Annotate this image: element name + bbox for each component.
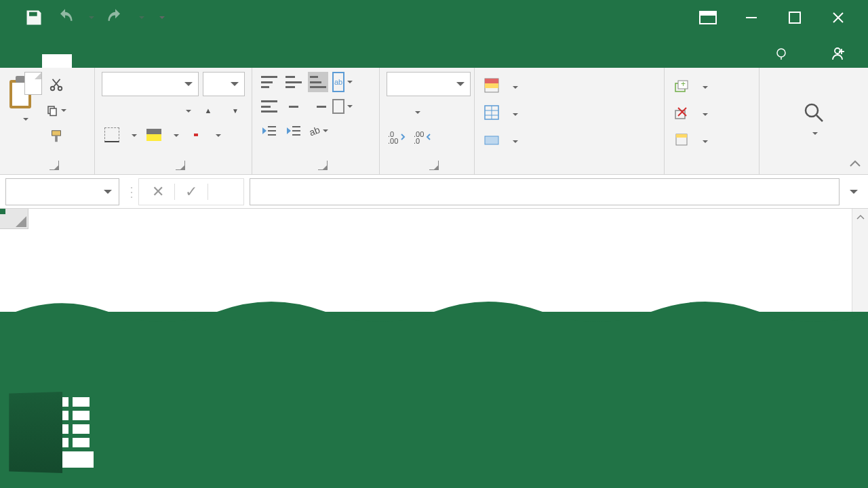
fill-color-button[interactable] bbox=[144, 125, 164, 145]
align-middle-icon bbox=[283, 75, 304, 89]
delete-icon bbox=[674, 105, 689, 120]
ribbon-display-icon[interactable] bbox=[696, 5, 720, 30]
svg-rect-31 bbox=[485, 79, 498, 83]
tell-me-search[interactable] bbox=[768, 47, 800, 68]
redo-icon[interactable] bbox=[106, 8, 125, 27]
formula-input[interactable] bbox=[250, 178, 840, 205]
increase-indent-button[interactable] bbox=[283, 121, 304, 141]
cut-button[interactable] bbox=[46, 75, 66, 95]
maximize-icon[interactable] bbox=[783, 5, 807, 30]
undo-icon[interactable] bbox=[56, 8, 75, 27]
align-bottom-button[interactable] bbox=[308, 72, 328, 92]
chevron-down-icon bbox=[700, 78, 708, 94]
format-as-table-button[interactable] bbox=[481, 100, 521, 125]
scroll-up-button[interactable] bbox=[852, 209, 868, 225]
alignment-dialog-launcher[interactable] bbox=[318, 161, 328, 170]
grow-font-button[interactable]: ▲ bbox=[198, 100, 218, 121]
tab-review[interactable] bbox=[191, 54, 221, 68]
svg-rect-3 bbox=[789, 12, 800, 23]
paste-button[interactable] bbox=[7, 72, 42, 125]
currency-button[interactable] bbox=[387, 102, 407, 122]
svg-line-13 bbox=[54, 79, 60, 87]
undo-dropdown-icon[interactable] bbox=[87, 8, 94, 27]
decrease-decimal-button[interactable]: .00.0 bbox=[412, 127, 433, 148]
insert-function-button[interactable] bbox=[210, 179, 239, 205]
format-painter-button[interactable] bbox=[46, 126, 66, 146]
font-dialog-launcher[interactable] bbox=[176, 161, 185, 170]
font-color-button[interactable] bbox=[186, 125, 206, 145]
align-center-icon bbox=[283, 99, 304, 114]
font-name-combo[interactable] bbox=[102, 72, 199, 96]
align-right-icon bbox=[308, 99, 328, 114]
decrease-indent-button[interactable] bbox=[259, 121, 279, 141]
delete-cells-button[interactable] bbox=[671, 100, 711, 125]
svg-point-12 bbox=[58, 87, 62, 91]
bold-button[interactable] bbox=[102, 100, 122, 121]
save-icon[interactable] bbox=[24, 8, 43, 27]
cancel-formula-button[interactable]: ✕ bbox=[143, 179, 173, 205]
underline-button[interactable] bbox=[156, 100, 176, 121]
italic-button[interactable] bbox=[129, 100, 149, 121]
collapse-ribbon-button[interactable] bbox=[849, 158, 861, 170]
user-name[interactable] bbox=[800, 61, 819, 68]
merge-center-button[interactable] bbox=[332, 96, 353, 117]
shrink-font-button[interactable]: ▼ bbox=[225, 100, 245, 121]
name-box[interactable] bbox=[5, 178, 119, 205]
align-top-button[interactable] bbox=[259, 72, 279, 92]
svg-line-47 bbox=[816, 115, 823, 121]
align-center-button[interactable] bbox=[283, 96, 304, 117]
chevron-down-icon bbox=[510, 105, 518, 121]
svg-line-14 bbox=[53, 79, 59, 87]
tab-page-layout[interactable] bbox=[102, 54, 132, 68]
font-color-icon bbox=[194, 134, 198, 136]
wrap-text-button[interactable]: ab bbox=[332, 72, 353, 92]
fill-dropdown[interactable] bbox=[171, 129, 179, 141]
enter-formula-button[interactable]: ✓ bbox=[176, 179, 206, 205]
underline-dropdown[interactable] bbox=[183, 104, 191, 117]
svg-point-11 bbox=[51, 87, 55, 91]
svg-rect-45 bbox=[676, 134, 687, 138]
window-controls bbox=[696, 5, 863, 30]
align-left-button[interactable] bbox=[259, 96, 279, 117]
svg-rect-1 bbox=[700, 12, 716, 16]
borders-dropdown[interactable] bbox=[129, 129, 137, 141]
number-dialog-launcher[interactable] bbox=[429, 161, 439, 170]
paste-dropdown-icon[interactable] bbox=[20, 113, 28, 125]
tab-insert[interactable] bbox=[72, 54, 102, 68]
comma-button[interactable] bbox=[452, 102, 472, 122]
expand-formula-bar-button[interactable] bbox=[845, 178, 863, 205]
tab-view[interactable] bbox=[221, 54, 251, 68]
align-middle-button[interactable] bbox=[283, 72, 304, 92]
font-size-combo[interactable] bbox=[203, 72, 245, 96]
minimize-icon[interactable] bbox=[739, 5, 764, 30]
close-icon[interactable] bbox=[826, 5, 850, 30]
insert-cells-button[interactable]: + bbox=[671, 73, 711, 98]
editing-button[interactable] bbox=[800, 101, 828, 139]
increase-decimal-button[interactable]: .0.00 bbox=[387, 127, 407, 148]
orientation-button[interactable]: ab bbox=[308, 121, 328, 141]
paste-icon bbox=[9, 72, 39, 110]
copy-button[interactable] bbox=[46, 100, 66, 121]
number-format-combo[interactable] bbox=[387, 72, 471, 96]
clipboard-dialog-launcher[interactable] bbox=[50, 161, 59, 170]
percent-button[interactable] bbox=[426, 102, 446, 122]
insert-icon: + bbox=[674, 78, 689, 93]
share-button[interactable] bbox=[819, 46, 868, 68]
borders-button[interactable] bbox=[102, 125, 122, 145]
tab-data[interactable] bbox=[161, 54, 191, 68]
format-cells-button[interactable] bbox=[671, 127, 711, 152]
currency-dropdown[interactable] bbox=[412, 106, 420, 118]
select-all-corner[interactable] bbox=[0, 209, 28, 229]
formula-buttons: ✕ ✓ bbox=[138, 178, 244, 205]
font-color-dropdown[interactable] bbox=[213, 129, 221, 141]
align-right-button[interactable] bbox=[308, 96, 328, 117]
svg-point-6 bbox=[777, 49, 785, 57]
tab-file[interactable] bbox=[12, 54, 42, 68]
conditional-formatting-button[interactable] bbox=[481, 73, 521, 98]
table-icon bbox=[484, 105, 499, 120]
qat-customize-icon[interactable] bbox=[156, 8, 165, 27]
tab-home[interactable] bbox=[42, 54, 72, 68]
tab-formulas[interactable] bbox=[132, 54, 161, 68]
cell-styles-button[interactable] bbox=[481, 127, 521, 152]
redo-dropdown-icon[interactable] bbox=[137, 8, 144, 27]
